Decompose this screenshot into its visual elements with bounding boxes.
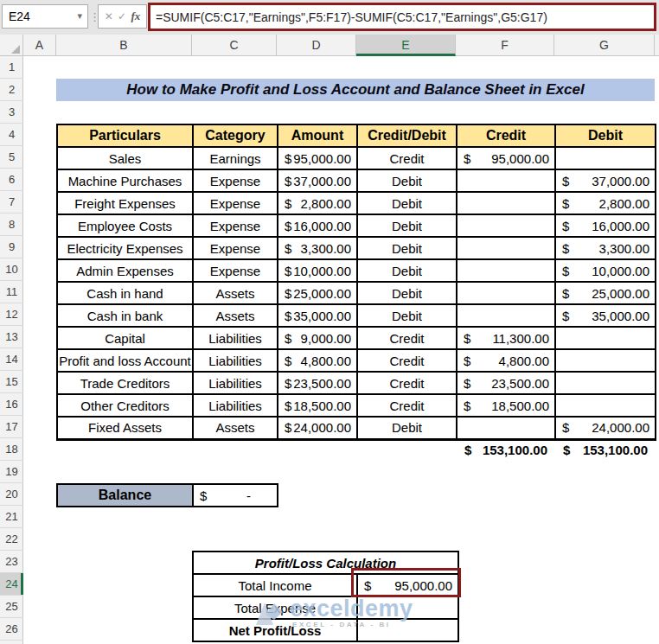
row-header-17[interactable]: 17 [0, 416, 23, 438]
cell-category[interactable]: Expense [193, 169, 278, 192]
cell-amount[interactable]: $18,500.00 [278, 394, 357, 417]
header-category[interactable]: Category [193, 124, 278, 147]
insert-function-icon[interactable]: fx [131, 10, 140, 23]
cell-credit-debit[interactable]: Debit [357, 417, 457, 439]
row-header-12[interactable]: 12 [0, 303, 23, 326]
row-header-9[interactable]: 9 [0, 236, 23, 258]
cell-category[interactable]: Liabilities [193, 349, 278, 372]
header-credit-debit[interactable]: Credit/Debit [357, 124, 457, 147]
column-header-F[interactable]: F [456, 35, 554, 56]
row-header-24[interactable]: 24 [0, 573, 23, 596]
cell-credit[interactable]: $4,800.00 [457, 349, 555, 372]
row-header-26[interactable]: 26 [0, 618, 23, 641]
cell-amount[interactable]: $35,000.00 [278, 304, 357, 327]
row-header-15[interactable]: 15 [0, 371, 23, 393]
column-header-G[interactable]: G [554, 35, 655, 56]
cell-credit-debit[interactable]: Debit [357, 214, 457, 237]
cell-credit[interactable] [457, 169, 555, 192]
cell-particulars[interactable]: Employee Costs [57, 214, 193, 237]
header-particulars[interactable]: Particulars [57, 124, 193, 147]
cell-amount[interactable]: $24,000.00 [278, 417, 357, 439]
cell-amount[interactable]: $10,000.00 [278, 259, 357, 282]
row-header-21[interactable]: 21 [0, 506, 23, 528]
cell-particulars[interactable]: Sales [57, 147, 193, 169]
header-credit[interactable]: Credit [457, 124, 555, 147]
row-header-3[interactable]: 3 [0, 101, 23, 124]
cell-credit-debit[interactable]: Credit [357, 349, 457, 372]
cell-particulars[interactable]: Fixed Assets [57, 417, 193, 439]
cell-amount[interactable]: $25,000.00 [278, 282, 357, 304]
profit-loss-label[interactable]: Net Profit/Loss [193, 619, 357, 641]
row-header-7[interactable]: 7 [0, 191, 23, 214]
cell-amount[interactable]: $23,500.00 [278, 372, 357, 394]
profit-loss-label[interactable]: Total Income [193, 574, 357, 596]
cell-amount[interactable]: $95,000.00 [278, 147, 357, 169]
cell-debit[interactable]: $16,000.00 [555, 214, 656, 237]
cell-credit[interactable] [457, 417, 555, 439]
row-header-19[interactable]: 19 [0, 461, 23, 483]
cell-category[interactable]: Expense [193, 214, 278, 237]
column-header-B[interactable]: B [56, 35, 192, 56]
cell-category[interactable]: Expense [193, 237, 278, 259]
cell-credit[interactable] [457, 192, 555, 214]
cell-credit-debit[interactable]: Debit [357, 282, 457, 304]
cell-category[interactable]: Assets [193, 282, 278, 304]
active-cell-E24[interactable]: $95,000.00 [357, 574, 458, 596]
cell-credit-debit[interactable]: Credit [357, 327, 457, 349]
cell-amount[interactable]: $16,000.00 [278, 214, 357, 237]
debit-total-cell[interactable]: $ 153,100.00 [554, 438, 655, 461]
row-header-14[interactable]: 14 [0, 348, 23, 371]
cell-category[interactable]: Liabilities [193, 327, 278, 349]
cell-credit[interactable]: $23,500.00 [457, 372, 555, 394]
cell-category[interactable]: Assets [193, 304, 278, 327]
header-amount[interactable]: Amount [278, 124, 357, 147]
cell-debit[interactable]: $37,000.00 [555, 169, 656, 192]
cell-credit-debit[interactable]: Debit [357, 304, 457, 327]
cell-debit[interactable]: $2,800.00 [555, 192, 656, 214]
row-header-6[interactable]: 6 [0, 169, 23, 191]
column-header-A[interactable]: A [23, 35, 56, 56]
cancel-icon[interactable]: ✕ [105, 10, 113, 22]
cell-credit[interactable]: $11,300.00 [457, 327, 555, 349]
cell-amount[interactable]: $4,800.00 [278, 349, 357, 372]
credit-total-cell[interactable]: $ 153,100.00 [456, 438, 554, 461]
cell-category[interactable]: Liabilities [193, 372, 278, 394]
cell-debit[interactable] [555, 327, 656, 349]
cell-debit[interactable]: $10,000.00 [555, 259, 656, 282]
cell-amount[interactable]: $2,800.00 [278, 192, 357, 214]
cell-debit[interactable] [555, 394, 656, 417]
cell-category[interactable]: Expense [193, 259, 278, 282]
row-header-10[interactable]: 10 [0, 258, 23, 281]
name-box-dropdown-icon[interactable]: ▾ [77, 10, 82, 22]
cell-debit[interactable] [555, 349, 656, 372]
name-box[interactable]: E24 ▾ [2, 4, 88, 29]
cell-category[interactable]: Liabilities [193, 394, 278, 417]
row-header-4[interactable]: 4 [0, 124, 23, 146]
column-header-D[interactable]: D [277, 35, 356, 56]
cell-credit[interactable] [457, 282, 555, 304]
row-header-5[interactable]: 5 [0, 146, 23, 169]
enter-icon[interactable]: ✓ [118, 10, 126, 22]
cell-credit-debit[interactable]: Credit [357, 372, 457, 394]
cell-debit[interactable] [555, 372, 656, 394]
cell-amount[interactable]: $3,300.00 [278, 237, 357, 259]
cell-credit[interactable] [457, 259, 555, 282]
row-header-2[interactable]: 2 [0, 79, 23, 101]
cell-particulars[interactable]: Profit and loss Account [57, 349, 193, 372]
balance-label-cell[interactable]: Balance [57, 484, 193, 507]
cell-debit[interactable]: $25,000.00 [555, 282, 656, 304]
cell-particulars[interactable]: Cash in hand [57, 282, 193, 304]
cell-particulars[interactable]: Other Creditors [57, 394, 193, 417]
cell-particulars[interactable]: Freight Expenses [57, 192, 193, 214]
cell-amount[interactable]: $37,000.00 [278, 169, 357, 192]
cell-credit-debit[interactable]: Debit [357, 259, 457, 282]
cell-credit[interactable] [457, 304, 555, 327]
formula-bar[interactable]: =SUMIF(C5:C17,"Earnings",F5:F17)-SUMIF(C… [148, 3, 656, 31]
row-header-22[interactable]: 22 [0, 528, 23, 551]
cell-particulars[interactable]: Electricity Expenses [57, 237, 193, 259]
cell-credit[interactable]: $18,500.00 [457, 394, 555, 417]
row-header-8[interactable]: 8 [0, 214, 23, 236]
profit-loss-label[interactable]: Total Expense [193, 596, 357, 619]
cell-particulars[interactable]: Trade Creditors [57, 372, 193, 394]
header-debit[interactable]: Debit [555, 124, 656, 147]
